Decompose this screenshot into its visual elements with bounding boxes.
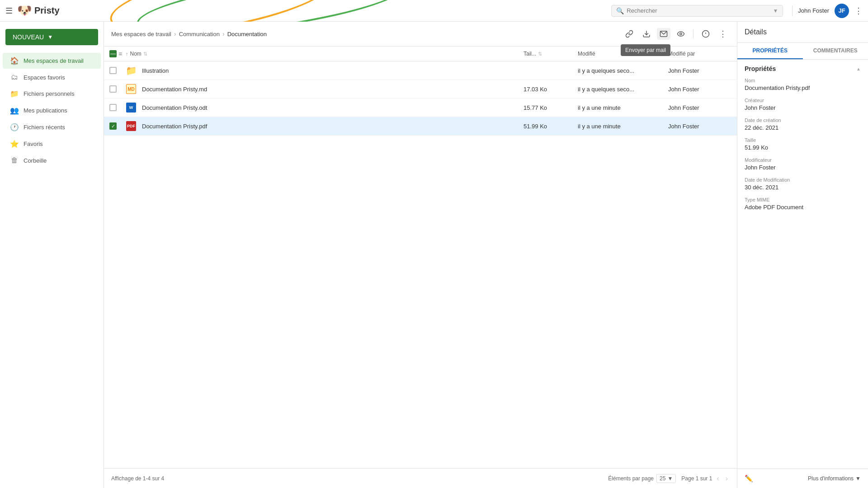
breadcrumb-bar: Mes espaces de travail › Communication ›… (104, 22, 737, 47)
prop-modification-date-row: Date de Modification 30 déc. 2021 (745, 177, 861, 191)
info-icon (702, 30, 710, 38)
new-button[interactable]: NOUVEAU ▼ (5, 29, 98, 45)
main-layout: NOUVEAU ▼ 🏠 Mes espaces de travail 🗂 Esp… (0, 22, 868, 488)
search-input[interactable] (627, 7, 771, 14)
row-checkbox-4[interactable]: ✓ (109, 122, 117, 130)
logo-icon: 🐶 (17, 4, 32, 18)
row-checkbox-2[interactable] (109, 85, 117, 93)
collapse-section-icon[interactable]: ▲ (856, 66, 861, 71)
folder-icon-glyph: 📁 (126, 65, 137, 76)
file-modified-value: il y a quelques seco... (578, 86, 634, 93)
user-avatar[interactable]: JF (835, 4, 849, 18)
svg-point-2 (680, 33, 682, 35)
sidebar-item-corbeille[interactable]: 🗑 Corbeille (3, 153, 101, 168)
row-name-col: W Documentation Pristy.odt (126, 102, 524, 113)
prop-creation-date-label: Date de création (745, 117, 861, 123)
info-button[interactable] (699, 28, 712, 40)
table-row[interactable]: W Documentation Pristy.odt 15.77 Ko il y… (104, 99, 737, 117)
row-checkbox-1[interactable] (109, 67, 117, 74)
hamburger-icon[interactable]: ☰ (5, 6, 13, 16)
prev-page-button[interactable]: ‹ (715, 474, 721, 483)
table-row[interactable]: ✓ PDF Documentation Pristy.pdf 51.99 Ko … (104, 117, 737, 136)
file-list-container: — ≡ ↑ Nom ⇅ Tail... ⇅ Modifié Modif (104, 47, 737, 468)
user-name-label: John Foster (798, 7, 829, 14)
row-size-col: 15.77 Ko (524, 104, 578, 111)
sidebar-item-mes-espaces[interactable]: 🏠 Mes espaces de travail (3, 53, 101, 69)
email-tooltip-popup: Envoyer par mail (621, 44, 670, 56)
sidebar-item-fichiers-recents[interactable]: 🕐 Fichiers récents (3, 119, 101, 135)
prop-modification-date-label: Date de Modification (745, 177, 861, 183)
link-button[interactable] (623, 28, 636, 40)
preview-button[interactable] (674, 28, 688, 40)
sidebar-item-mes-publications[interactable]: 👥 Mes publications (3, 103, 101, 118)
sidebar-item-espaces-favoris[interactable]: 🗂 Espaces favoris (3, 70, 101, 85)
row-modified-col: il y a une minute (578, 104, 668, 111)
sidebar-item-fichiers-personnels[interactable]: 📁 Fichiers personnels (3, 86, 101, 102)
prop-modification-date-value: 30 déc. 2021 (745, 184, 861, 191)
download-button[interactable] (640, 28, 653, 40)
search-filter-dropdown[interactable]: ▼ (773, 8, 778, 14)
prop-modifier-value: John Foster (745, 164, 861, 171)
file-modified-value: il y a quelques seco... (578, 67, 634, 74)
footer-bar: Affichage de 1-4 sur 4 Éléments par page… (104, 468, 737, 488)
email-tooltip-container: Envoyer par mail (657, 28, 670, 40)
sidebar-label-mes-publications: Mes publications (24, 107, 67, 114)
home-icon: 🏠 (10, 56, 19, 65)
per-page-label: Éléments par page (608, 475, 654, 482)
details-title: Détails (745, 28, 767, 36)
footer-right: Éléments par page 25 ▼ Page 1 sur 1 ‹ › (608, 474, 730, 483)
select-all-checkbox[interactable]: — (109, 50, 117, 57)
new-button-chevron: ▼ (47, 34, 53, 40)
sidebar-item-favoris[interactable]: ⭐ Favoris (3, 136, 101, 152)
toolbar-more-button[interactable]: ⋮ (716, 27, 730, 41)
details-header: Détails (737, 22, 868, 43)
sidebar-label-corbeille: Corbeille (24, 157, 47, 164)
prop-mime-row: Type MIME Adobe PDF Document (745, 197, 861, 211)
header-modby-col: Modifié par (668, 51, 731, 57)
row-modified-col: il y a quelques seco... (578, 67, 668, 74)
fichiers-recents-icon: 🕐 (10, 123, 19, 131)
row-checkbox-3[interactable] (109, 104, 117, 111)
file-name-label: Documentation Pristy.pdf (142, 123, 207, 130)
prop-mime-label: Type MIME (745, 197, 861, 202)
row-modby-col: John Foster (668, 123, 731, 130)
prop-name-value: Documentation Pristy.pdf (745, 84, 861, 91)
arc-green-decoration (134, 0, 409, 22)
breadcrumb-current: Documentation (227, 31, 267, 38)
header-check-col: — ≡ (109, 50, 126, 57)
file-modified-value: il y a une minute (578, 104, 621, 111)
tab-proprietes[interactable]: PROPRIÉTÉS (737, 43, 803, 59)
odt-icon-badge: W (126, 103, 136, 113)
file-modby-value: John Foster (668, 104, 699, 111)
col-name-filter-icon[interactable]: ⇅ (143, 51, 147, 57)
arc-orange-decoration (105, 0, 337, 22)
download-icon (642, 30, 651, 38)
header-more-button[interactable]: ⋮ (854, 6, 863, 16)
table-row[interactable]: MD Documentation Pristy.md 17.03 Ko il y… (104, 80, 737, 99)
breadcrumb-parent[interactable]: Communication (179, 31, 220, 38)
col-size-filter-icon[interactable]: ⇅ (538, 51, 542, 57)
next-page-button[interactable]: › (724, 474, 730, 483)
link-icon (625, 30, 633, 38)
breadcrumb-sep-1: › (174, 30, 176, 38)
file-size-value: 51.99 Ko (524, 123, 547, 130)
pagination: Page 1 sur 1 ‹ › (681, 474, 730, 483)
breadcrumb-home[interactable]: Mes espaces de travail (111, 31, 171, 38)
row-modified-col: il y a quelques seco... (578, 86, 668, 93)
header-filter-icon[interactable]: ≡ (118, 50, 122, 57)
col-modby-label: Modifié par (668, 51, 695, 57)
more-info-button[interactable]: Plus d'informations ▼ (808, 475, 861, 482)
pdf-file-icon: PDF (126, 121, 137, 131)
more-info-label: Plus d'informations (808, 475, 854, 482)
tab-commentaires[interactable]: COMMENTAIRES (803, 43, 868, 59)
send-email-button[interactable] (657, 28, 670, 40)
file-modby-value: John Foster (668, 67, 699, 74)
sidebar-label-fichiers-personnels: Fichiers personnels (24, 90, 75, 97)
search-bar: 🔍 ▼ (611, 5, 783, 17)
edit-icon[interactable]: ✏️ (745, 474, 753, 483)
per-page-chevron-icon: ▼ (667, 475, 673, 482)
toolbar-right: Envoyer par mail ⋮ (623, 27, 730, 41)
per-page-dropdown[interactable]: 25 ▼ (656, 474, 676, 483)
sort-up-icon[interactable]: ↑ (126, 51, 128, 56)
table-row[interactable]: 📁 Illustration il y a quelques seco... J… (104, 61, 737, 80)
